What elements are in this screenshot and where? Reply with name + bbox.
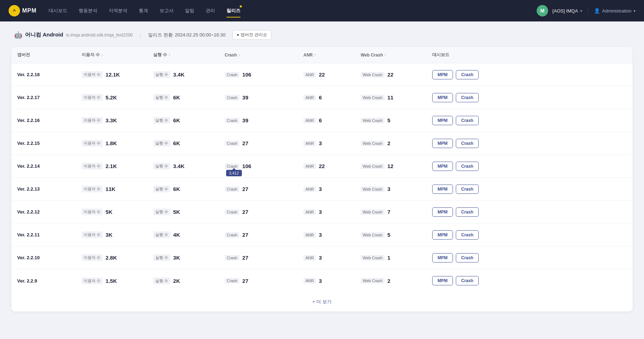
- cell-dashboard: MPM Crash: [426, 249, 505, 267]
- anr-sort-icon: ↕: [314, 53, 316, 57]
- mpm-button[interactable]: MPM: [432, 139, 453, 148]
- mpm-button[interactable]: MPM: [432, 230, 453, 240]
- mpm-button[interactable]: MPM: [432, 253, 453, 262]
- version-mgmt-button[interactable]: ● 앱버전 관리순: [233, 30, 271, 40]
- cell-runs: 실행 수 3.4K: [147, 67, 219, 82]
- webcrash-sort-icon: ↕: [384, 53, 386, 57]
- crash-button[interactable]: Crash: [456, 70, 479, 79]
- cell-users: 이용자 수 2.8K: [76, 250, 147, 265]
- mpm-button[interactable]: MPM: [432, 116, 453, 125]
- nav-item-alert[interactable]: 알림: [180, 5, 199, 17]
- webcrash-label: Web Crash: [361, 278, 385, 284]
- anr-label: ANR: [303, 209, 316, 215]
- mpm-button[interactable]: MPM: [432, 70, 453, 79]
- crash-button[interactable]: Crash: [456, 139, 479, 148]
- crash-button[interactable]: Crash: [456, 93, 479, 102]
- cell-users: 이용자 수 5K: [76, 204, 147, 220]
- crash-label: Crash: [225, 186, 239, 192]
- anr-value: 22: [319, 72, 325, 78]
- mpm-button[interactable]: MPM: [432, 185, 453, 194]
- main-content: 🤖 어니컴 Android io.imqa.android.sdk.imqa_t…: [0, 21, 644, 320]
- tooltip: 3,412: [226, 170, 242, 176]
- table-row: Ver. 2.2.9 이용자 수 1.5K 실행 수 2K Crash 27 A…: [11, 269, 633, 292]
- runs-value: 4K: [173, 232, 180, 238]
- cell-webcrash: Web Crash 1: [355, 250, 426, 265]
- nav-item-behavior[interactable]: 행동분석: [74, 5, 102, 17]
- cell-crash: Crash 27: [219, 274, 298, 288]
- webcrash-value: 7: [387, 209, 390, 215]
- crash-button[interactable]: Crash: [456, 207, 479, 217]
- load-more-button[interactable]: + 더 보기: [11, 292, 633, 311]
- runs-value: 3.4K: [173, 163, 185, 169]
- cell-anr: ANR 22: [298, 67, 355, 82]
- nav-item-releases[interactable]: 릴리즈: [221, 5, 245, 17]
- admin-button[interactable]: 👤 Administration ▾: [594, 8, 635, 14]
- col-anr[interactable]: ANR ↕: [298, 47, 355, 63]
- webcrash-label: Web Crash: [361, 118, 385, 123]
- table-header: 앱버전 이용자 수 ↕ 실행 수 ↕ Crash ↕ ANR ↕ Web Cra…: [11, 47, 633, 63]
- cell-crash: Crash 106: [219, 67, 298, 82]
- cell-version: Ver. 2.2.10: [11, 251, 76, 265]
- crash-button[interactable]: Crash: [456, 230, 479, 240]
- runs-label: 실행 수: [153, 140, 170, 147]
- cell-anr: ANR 22: [298, 159, 355, 173]
- crash-label: Crash: [225, 209, 239, 215]
- version-table: 앱버전 이용자 수 ↕ 실행 수 ↕ Crash ↕ ANR ↕ Web Cra…: [11, 47, 633, 311]
- cell-anr: ANR 3: [298, 274, 355, 288]
- cell-dashboard: MPM Crash: [426, 180, 505, 198]
- mpm-button[interactable]: MPM: [432, 207, 453, 217]
- nav-item-dashboard[interactable]: 대시보드: [44, 5, 72, 17]
- crash-button[interactable]: Crash: [456, 116, 479, 125]
- logo[interactable]: MPM: [9, 5, 36, 16]
- webcrash-value: 3: [387, 186, 390, 192]
- col-runs[interactable]: 실행 수 ↕: [147, 47, 219, 63]
- runs-label: 실행 수: [153, 163, 170, 170]
- nav-item-report[interactable]: 보고서: [155, 5, 179, 17]
- nav-item-stats[interactable]: 통계: [134, 5, 153, 17]
- account-name: [AOS] IMQA: [552, 8, 578, 14]
- table-row: Ver. 2.2.15 이용자 수 1.8K 실행 수 6K Crash 27 …: [11, 132, 633, 155]
- cell-version: Ver. 2.2.11: [11, 228, 76, 242]
- release-status: 밀리즈 현황 2024.02.25 00:00~16:30: [148, 32, 225, 38]
- webcrash-value: 2: [387, 140, 390, 146]
- nav-item-manage[interactable]: 관리: [201, 5, 220, 17]
- webcrash-label: Web Crash: [361, 163, 385, 169]
- date-range: 2024.02.25 00:00~16:30: [175, 32, 225, 38]
- cell-users: 이용자 수 11K: [76, 181, 147, 197]
- avatar: M: [537, 5, 548, 16]
- anr-value: 6: [319, 94, 322, 100]
- version-text: Ver. 2.2.13: [17, 186, 40, 192]
- col-webcrash[interactable]: Web Crash ↕: [355, 47, 426, 63]
- anr-label: ANR: [303, 232, 316, 238]
- users-value: 2.8K: [106, 255, 117, 261]
- cell-crash: Crash 27: [219, 182, 298, 196]
- anr-value: 3: [319, 255, 322, 261]
- crash-button[interactable]: Crash: [456, 253, 479, 262]
- mpm-button[interactable]: MPM: [432, 162, 453, 171]
- app-name: 어니컴 Android: [25, 31, 63, 38]
- cell-dashboard: MPM Crash: [426, 134, 505, 152]
- col-crash[interactable]: Crash ↕: [219, 47, 298, 63]
- cell-crash: Crash 27: [219, 250, 298, 265]
- mpm-button[interactable]: MPM: [432, 276, 453, 285]
- cell-users: 이용자 수 2.1K: [76, 158, 147, 174]
- account-selector[interactable]: [AOS] IMQA ▾: [552, 8, 582, 14]
- version-text: Ver. 2.2.14: [17, 163, 40, 169]
- crash-button[interactable]: Crash: [456, 276, 479, 285]
- crash-label: Crash: [225, 95, 239, 100]
- nav-item-region[interactable]: 지역분석: [104, 5, 132, 17]
- col-users[interactable]: 이용자 수 ↕: [76, 47, 147, 63]
- users-sort-icon: ↕: [101, 53, 103, 57]
- anr-value: 6: [319, 117, 322, 123]
- cell-anr: ANR 3: [298, 205, 355, 219]
- cell-users: 이용자 수 1.5K: [76, 273, 147, 289]
- cell-webcrash: Web Crash 5: [355, 227, 426, 242]
- webcrash-label: Web Crash: [361, 232, 385, 238]
- crash-button[interactable]: Crash: [456, 162, 479, 171]
- webcrash-value: 1: [387, 255, 390, 261]
- version-mgmt-label: ● 앱버전 관리순: [236, 32, 267, 38]
- anr-value: 3: [319, 140, 322, 146]
- crash-button[interactable]: Crash: [456, 185, 479, 194]
- mpm-button[interactable]: MPM: [432, 93, 453, 102]
- anr-value: 3: [319, 232, 322, 238]
